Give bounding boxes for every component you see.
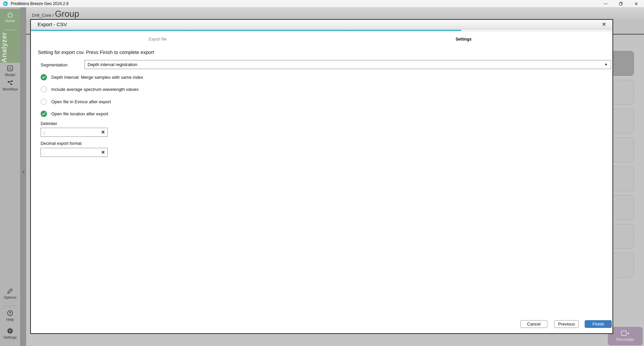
sidebar-item-analyzer[interactable]: Analyzer <box>0 32 20 63</box>
export-option[interactable]: Open file location after export <box>41 111 143 117</box>
dialog-header: Export - CSV <box>31 20 612 29</box>
checkbox-icon[interactable] <box>41 74 47 80</box>
recorder-label: Recorder <box>616 337 634 342</box>
segmentation-label: Segmentation <box>41 62 67 67</box>
collapsed-panel-strip: › <box>20 7 26 346</box>
wizard-step-settings: Settings <box>455 37 471 42</box>
expand-panel-chevron[interactable]: › <box>21 168 26 175</box>
export-option-label: Open file in Evince after export <box>51 99 111 104</box>
minimize-button[interactable] <box>598 0 613 7</box>
restore-icon <box>619 2 623 6</box>
checkbox-icon[interactable] <box>41 111 47 117</box>
export-option[interactable]: Depth Interval: Merge samples with same … <box>41 74 143 80</box>
minimize-icon <box>604 4 607 4</box>
wizard-step-export-file: Export file <box>149 37 166 42</box>
sidebar-divider <box>3 306 16 306</box>
sidebar: Home Analyzer Model Workflow <box>0 7 20 346</box>
page-title: Group <box>55 9 79 19</box>
sidebar-item-label: Options <box>4 295 16 299</box>
sidebar-item-label: Settings <box>3 335 17 339</box>
sidebar-item-workflow[interactable]: Workflow <box>0 79 20 91</box>
bar-chart-icon <box>7 65 13 72</box>
sidebar-item-label: Workflow <box>2 87 17 91</box>
sidebar-item-settings[interactable]: Settings <box>0 328 20 339</box>
sidebar-item-model[interactable]: Model <box>0 65 20 77</box>
progress-fill <box>31 30 461 31</box>
app-logo-icon: b. <box>3 1 8 6</box>
sidebar-item-label: Help <box>6 318 14 322</box>
gear-icon <box>7 328 13 334</box>
close-window-button[interactable]: ✕ <box>629 0 644 7</box>
sidebar-active-section: Home Analyzer <box>0 9 20 63</box>
export-option[interactable]: Include average spectrum wavelength valu… <box>41 86 143 93</box>
segmentation-dropdown[interactable]: Depth interval registration ▼ <box>85 60 611 69</box>
sidebar-item-options[interactable]: Options <box>0 288 20 299</box>
previous-button[interactable]: Previous <box>554 320 579 328</box>
workflow-icon <box>7 79 13 86</box>
home-icon <box>7 12 13 18</box>
clear-icon[interactable]: ✕ <box>101 129 105 135</box>
export-option[interactable]: Open file in Evince after export <box>41 98 143 105</box>
export-option-label: Include average spectrum wavelength valu… <box>51 87 139 92</box>
export-csv-dialog: Export - CSV ✕ Export file Settings Sett… <box>30 19 613 334</box>
export-options-list: Depth Interval: Merge samples with same … <box>41 74 143 123</box>
decimal-format-input[interactable] <box>41 148 108 157</box>
sidebar-item-label: Home <box>5 19 15 23</box>
breadcrumb-separator: / <box>51 13 55 18</box>
wizard-progress-bar <box>31 30 612 31</box>
decimal-format-field: ✕ <box>41 148 108 157</box>
dialog-heading: Setting for export csv. Press Finish to … <box>38 50 154 55</box>
window-controls: ✕ <box>598 0 644 7</box>
sidebar-item-label: Model <box>5 73 15 77</box>
export-option-label: Open file location after export <box>51 111 108 116</box>
checkbox-icon[interactable] <box>41 99 47 105</box>
cancel-button[interactable]: Cancel <box>520 320 547 328</box>
close-icon: ✕ <box>635 2 638 6</box>
finish-button[interactable]: Finish <box>585 320 612 328</box>
app-window: b. Prediktera Breeze Geo 2024.2.9 ✕ Dril… <box>0 0 644 346</box>
clear-icon[interactable]: ✕ <box>101 150 105 155</box>
breadcrumb-parent[interactable]: Drill_Core <box>32 13 51 18</box>
app-title: Prediktera Breeze Geo 2024.2.9 <box>11 1 68 6</box>
sidebar-divider <box>4 30 16 30</box>
chevron-down-icon: ▼ <box>604 60 608 69</box>
pencil-icon <box>7 288 13 294</box>
segmentation-value: Depth interval registration <box>88 62 137 67</box>
svg-text:?: ? <box>9 311 11 315</box>
delimiter-input[interactable] <box>41 128 108 137</box>
sidebar-item-home[interactable]: Home <box>0 12 20 23</box>
titlebar: b. Prediktera Breeze Geo 2024.2.9 ✕ <box>0 0 644 7</box>
breadcrumb: Drill_Core / Group <box>32 9 79 19</box>
export-option-label: Depth Interval: Merge samples with same … <box>51 75 143 80</box>
dialog-close-button[interactable]: ✕ <box>600 21 608 28</box>
delimiter-field: ✕ <box>41 128 108 137</box>
question-icon: ? <box>7 310 13 316</box>
delimiter-label: Delimiter <box>41 121 57 126</box>
video-camera-icon <box>621 330 630 336</box>
restore-button[interactable] <box>613 0 629 7</box>
dialog-title: Export - CSV <box>38 21 67 27</box>
checkbox-icon[interactable] <box>41 86 47 93</box>
decimal-format-label: Decimal export format <box>41 141 82 146</box>
sidebar-item-help[interactable]: ? Help <box>0 310 20 322</box>
